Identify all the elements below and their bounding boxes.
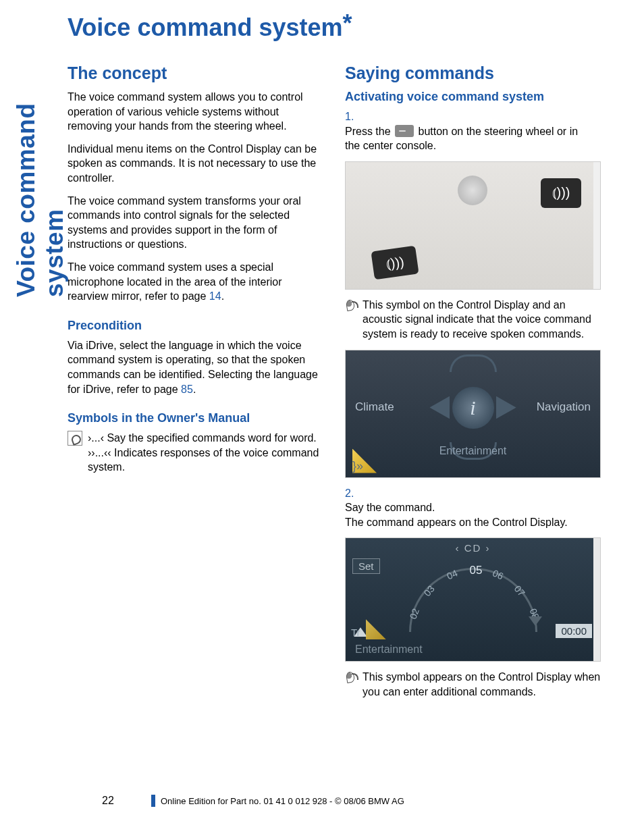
footer-edition-line: Online Edition for Part no. 01 41 0 012 … bbox=[161, 796, 404, 806]
concept-para-4: The voice command system uses a special … bbox=[68, 260, 323, 304]
precondition-para: Via iDrive, select the language in which… bbox=[68, 338, 323, 396]
idrive-voice-glyph-icon: }» bbox=[352, 459, 363, 473]
voice-button-callout-2: ⦅))) bbox=[371, 245, 419, 280]
voice-command-box-icon bbox=[68, 431, 82, 446]
symbol-2-lead: ››...‹‹ bbox=[88, 447, 111, 458]
heading-symbols: Symbols in the Owner's Manual bbox=[68, 411, 323, 425]
concept-para-4b: . bbox=[221, 290, 224, 302]
idrive-label-climate: Climate bbox=[355, 400, 394, 414]
cd-set-button: Set bbox=[352, 558, 380, 574]
concept-para-4a: The voice command system uses a special … bbox=[68, 261, 282, 302]
cd-entertainment-label: Entertainment bbox=[355, 643, 423, 656]
optional-equipment-marker: * bbox=[343, 9, 352, 37]
voice-ready-text: This symbol on the Control Display and a… bbox=[363, 299, 591, 340]
idrive-label-navigation: Navigation bbox=[537, 400, 591, 414]
symbol-1-text: Say the specified commands word for word… bbox=[104, 432, 317, 444]
heading-saying-commands: Saying commands bbox=[345, 63, 601, 83]
heading-precondition: Precondition bbox=[68, 319, 323, 333]
side-tab-label: Voice command system bbox=[12, 14, 43, 297]
cd-track-label: Tr bbox=[351, 627, 360, 638]
cd-dial-arc-icon bbox=[409, 568, 537, 632]
heading-concept: The concept bbox=[68, 63, 323, 83]
voice-ready-para: This symbol on the Control Display and a… bbox=[345, 298, 601, 342]
voice-more-symbol-icon bbox=[345, 670, 358, 683]
page-title: Voice command system* bbox=[68, 14, 601, 42]
concept-para-2: Individual menu items on the Control Dis… bbox=[68, 142, 323, 186]
idrive-center-info-icon: i bbox=[452, 387, 494, 429]
concept-para-3: The voice command system transforms your… bbox=[68, 194, 323, 252]
idrive-arrow-left-icon bbox=[429, 396, 450, 419]
left-column: The concept The voice command system all… bbox=[68, 59, 323, 708]
voice-more-text: This symbol appears on the Control Displ… bbox=[363, 671, 600, 697]
concept-para-1: The voice command system allows you to c… bbox=[68, 90, 323, 134]
voice-button-icon bbox=[395, 125, 414, 137]
cd-top-label: ‹ CD › bbox=[346, 542, 600, 554]
idrive-arc-top-icon bbox=[450, 354, 497, 372]
voice-button-callout-1: ⦅))) bbox=[541, 178, 581, 208]
step-1-text-a: Press the bbox=[345, 126, 394, 137]
symbol-1-lead: ›...‹ bbox=[88, 432, 104, 444]
step-1: 1. Press the button on the steering whee… bbox=[345, 109, 601, 153]
symbol-2-text: Indicates responses of the voice command… bbox=[88, 447, 319, 473]
page-ref-14[interactable]: 14 bbox=[209, 290, 221, 302]
figure-cd-display: ‹ CD › Set 02 03 04 05 06 07 08 Tr bbox=[345, 537, 601, 662]
idrive-knob-icon bbox=[458, 176, 487, 205]
heading-activating: Activating voice command system bbox=[345, 90, 601, 104]
idrive-arrow-right-icon bbox=[496, 396, 516, 419]
page-footer: 22Online Edition for Part no. 01 41 0 01… bbox=[68, 795, 601, 807]
step-2-text-a: Say the command. bbox=[345, 502, 435, 513]
cd-corner-flag-icon bbox=[366, 619, 386, 639]
figure-idrive-menu: i Climate Navigation Entertainment }» bbox=[345, 350, 601, 478]
page-title-text: Voice command system bbox=[68, 14, 343, 41]
step-1-number: 1. bbox=[345, 109, 363, 124]
footer-bar-icon bbox=[151, 795, 155, 807]
right-column: Saying commands Activating voice command… bbox=[345, 59, 601, 708]
step-2-number: 2. bbox=[345, 486, 363, 501]
idrive-label-entertainment: Entertainment bbox=[439, 445, 507, 457]
step-2: 2. Say the command. The command appears … bbox=[345, 486, 601, 530]
symbol-row-1: ›...‹ Say the specified commands word fo… bbox=[68, 431, 323, 475]
precondition-para-b: . bbox=[193, 384, 196, 395]
page-content: Voice command system* The concept The vo… bbox=[68, 14, 601, 708]
page-ref-85[interactable]: 85 bbox=[181, 384, 193, 395]
page-number: 22 bbox=[68, 795, 149, 807]
step-2-text-b: The command appears on the Control Displ… bbox=[345, 517, 568, 528]
cd-time: 00:00 bbox=[556, 624, 592, 638]
voice-more-para: This symbol appears on the Control Displ… bbox=[345, 670, 601, 699]
voice-ready-symbol-icon bbox=[345, 298, 358, 311]
figure-dashboard-buttons: ⦅))) ⦅))) bbox=[345, 161, 601, 290]
cd-tick-05: 05 bbox=[470, 564, 483, 577]
